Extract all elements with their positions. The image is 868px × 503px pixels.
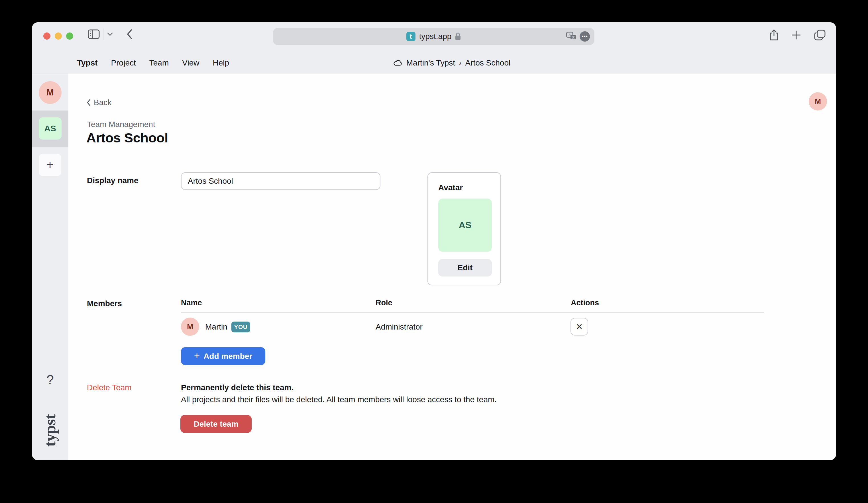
delete-team-label: Delete Team xyxy=(87,383,132,392)
add-member-label: Add member xyxy=(204,352,252,361)
section-label: Team Management xyxy=(87,120,155,129)
close-window-button[interactable] xyxy=(43,32,50,40)
screenshot-stage: t typst.app A xyxy=(0,0,868,503)
toolbar-separator xyxy=(103,29,103,40)
menu-typst[interactable]: Typst xyxy=(77,59,98,67)
breadcrumb-current: Artos School xyxy=(465,59,510,67)
team-management-page: Back M Team Management Artos School Disp… xyxy=(69,73,836,460)
browser-window: t typst.app A xyxy=(32,22,836,460)
zoom-window-button[interactable] xyxy=(66,32,73,40)
edit-avatar-button[interactable]: Edit xyxy=(438,259,492,276)
cloud-icon xyxy=(393,60,403,66)
delete-team-button[interactable]: Delete team xyxy=(180,415,252,433)
table-divider xyxy=(181,313,764,313)
back-navigation-icon[interactable] xyxy=(126,29,133,40)
display-name-label: Display name xyxy=(87,176,138,185)
app-menubar: Typst Project Team View Help Martin's Ty… xyxy=(32,52,836,73)
teams-sidebar: M AS + ? typst xyxy=(32,73,69,460)
share-icon[interactable] xyxy=(769,29,778,41)
browser-toolbar: t typst.app A xyxy=(32,22,836,52)
member-name: Martin xyxy=(205,322,227,332)
sidebar-item-personal[interactable]: M xyxy=(39,81,62,104)
user-avatar[interactable]: M xyxy=(809,92,827,111)
tab-overview-icon[interactable] xyxy=(814,29,826,41)
avatar-card-label: Avatar xyxy=(438,183,463,192)
column-header-actions: Actions xyxy=(571,298,599,307)
back-link[interactable]: Back xyxy=(86,98,111,107)
delete-warning-body: All projects and their files will be del… xyxy=(181,395,497,404)
page-title: Artos School xyxy=(86,130,168,146)
translate-icon[interactable]: A 文 xyxy=(566,32,577,41)
browser-chrome: t typst.app A xyxy=(32,22,836,73)
menu-help[interactable]: Help xyxy=(213,59,229,67)
toolbar-right-icons xyxy=(769,29,826,41)
page-settings-icon[interactable]: ••• xyxy=(580,31,590,42)
you-badge: YOU xyxy=(231,322,250,332)
help-icon[interactable]: ? xyxy=(32,372,69,387)
chevron-down-icon[interactable] xyxy=(107,32,113,36)
svg-text:文: 文 xyxy=(572,35,575,39)
display-name-input[interactable] xyxy=(181,172,380,190)
urlbar-right-cluster: A 文 ••• xyxy=(566,28,590,45)
member-avatar: M xyxy=(181,317,199,336)
delete-warning-title: Permanently delete this team. xyxy=(181,383,293,392)
menu-project[interactable]: Project xyxy=(111,59,136,67)
sidebar-item-team-artos-school[interactable]: AS xyxy=(39,117,62,139)
nav-cluster xyxy=(88,29,133,40)
column-header-name: Name xyxy=(181,298,202,307)
member-role: Administrator xyxy=(375,322,423,332)
members-label: Members xyxy=(87,299,122,308)
typst-logo: typst xyxy=(32,409,69,452)
add-team-button[interactable]: + xyxy=(39,154,61,176)
breadcrumb-separator-icon: › xyxy=(459,59,461,67)
avatar-card: Avatar AS Edit xyxy=(427,172,501,285)
team-avatar-preview: AS xyxy=(438,199,492,252)
menu-team[interactable]: Team xyxy=(149,59,169,67)
traffic-lights xyxy=(43,32,73,40)
breadcrumb-parent[interactable]: Martin's Typst xyxy=(406,59,455,67)
menu-view[interactable]: View xyxy=(182,59,199,67)
new-tab-icon[interactable] xyxy=(791,30,801,40)
remove-member-button[interactable]: ✕ xyxy=(570,318,588,336)
chevron-left-icon xyxy=(86,99,91,106)
column-header-role: Role xyxy=(375,298,392,307)
address-bar[interactable]: t typst.app A xyxy=(273,28,595,45)
plus-icon: + xyxy=(194,350,200,361)
lock-icon xyxy=(455,32,461,41)
url-text: typst.app xyxy=(419,32,452,41)
app-body: M AS + ? typst Back M Team Management Ar… xyxy=(32,73,836,460)
minimize-window-button[interactable] xyxy=(55,32,62,40)
site-favicon: t xyxy=(406,32,415,41)
sidebar-toggle-icon[interactable] xyxy=(88,29,100,39)
breadcrumb: Martin's Typst › Artos School xyxy=(393,59,510,67)
add-member-button[interactable]: + Add member xyxy=(181,347,265,365)
back-label: Back xyxy=(94,98,111,107)
